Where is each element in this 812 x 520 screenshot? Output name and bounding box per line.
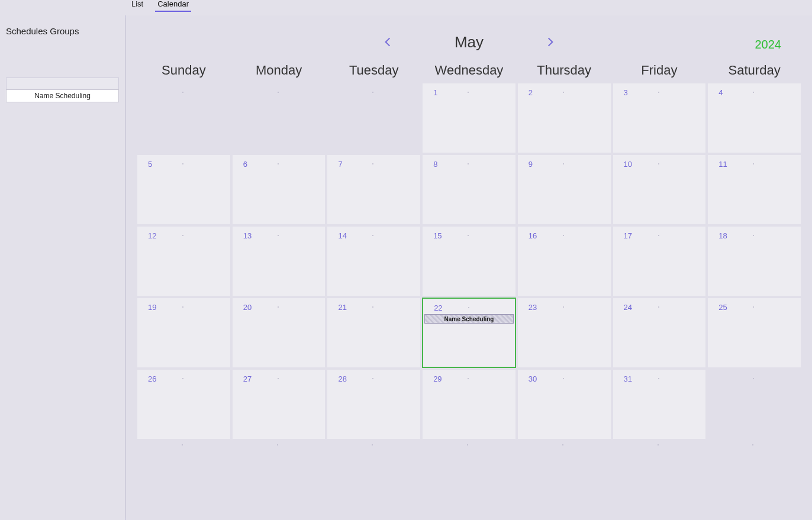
next-month-button[interactable] [543, 34, 558, 50]
dow-fri: Friday [613, 63, 707, 83]
day-2[interactable]: 2 [517, 83, 611, 153]
day-8[interactable]: 8 [422, 154, 516, 225]
tab-calendar[interactable]: Calendar [155, 0, 191, 12]
day-dot [468, 163, 469, 164]
overflow-dot [182, 444, 183, 445]
day-dot [468, 235, 469, 236]
day-25[interactable]: 25 [707, 298, 801, 368]
day-dot [372, 163, 373, 164]
day-out [232, 83, 326, 153]
prev-month-button[interactable] [380, 34, 395, 50]
day-dot [658, 163, 659, 164]
day-out [137, 83, 231, 153]
dow-row: Sunday Monday Tuesday Wednesday Thursday… [137, 63, 801, 83]
day-dot [372, 235, 373, 236]
dow-sat: Saturday [707, 63, 801, 83]
calendar-grid: 12345678910111213141516171819202122Name … [137, 83, 801, 440]
day-18[interactable]: 18 [707, 226, 801, 296]
day-20[interactable]: 20 [232, 298, 326, 368]
overflow-dot [277, 444, 278, 445]
day-28[interactable]: 28 [327, 369, 421, 440]
day-dot [753, 378, 754, 379]
day-10[interactable]: 10 [613, 154, 707, 225]
day-number: 2 [529, 88, 533, 97]
day-1[interactable]: 1 [422, 83, 516, 153]
day-dot [563, 378, 564, 379]
chevron-left-icon [382, 34, 394, 50]
day-22[interactable]: 22Name Scheduling [422, 298, 516, 368]
day-dot [563, 163, 564, 164]
day-24[interactable]: 24 [613, 298, 707, 368]
day-27[interactable]: 27 [232, 369, 326, 440]
day-number: 22 [434, 303, 442, 312]
overflow-dot [467, 444, 468, 445]
year-label[interactable]: 2024 [755, 38, 782, 51]
day-dot [278, 235, 279, 236]
day-3[interactable]: 3 [613, 83, 707, 153]
group-row-name-scheduling[interactable]: Name Scheduling [6, 89, 119, 102]
day-11[interactable]: 11 [707, 154, 801, 225]
day-31[interactable]: 31 [613, 369, 707, 440]
day-number: 19 [148, 303, 156, 312]
day-number: 5 [148, 160, 152, 169]
day-dot [753, 92, 754, 93]
day-16[interactable]: 16 [517, 226, 611, 296]
day-dot [563, 306, 564, 308]
day-12[interactable]: 12 [137, 226, 231, 296]
day-number: 10 [624, 160, 632, 169]
day-7[interactable]: 7 [327, 154, 421, 225]
day-6[interactable]: 6 [232, 154, 326, 225]
day-14[interactable]: 14 [327, 226, 421, 296]
day-dot [468, 307, 469, 308]
event-name-scheduling[interactable]: Name Scheduling [424, 314, 514, 324]
day-number: 1 [433, 88, 437, 97]
dow-wed: Wednesday [422, 63, 516, 83]
day-dot [658, 378, 659, 379]
overflow-dot [562, 444, 563, 445]
day-dot [658, 235, 659, 236]
dow-mon: Monday [232, 63, 326, 83]
sidebar-heading: Schedules Groups [6, 26, 119, 36]
day-number: 23 [529, 303, 537, 312]
day-26[interactable]: 26 [137, 369, 231, 440]
day-number: 3 [624, 88, 628, 97]
day-number: 27 [243, 374, 252, 383]
overflow-dot [752, 444, 753, 445]
groups-box-header[interactable] [6, 77, 119, 89]
day-29[interactable]: 29 [422, 369, 516, 440]
dow-sun: Sunday [137, 63, 231, 83]
month-label: May [455, 33, 484, 51]
day-number: 26 [148, 374, 156, 383]
day-number: 8 [433, 160, 437, 169]
day-4[interactable]: 4 [707, 83, 801, 153]
sidebar: Schedules Groups Name Scheduling [0, 15, 126, 520]
day-dot [658, 306, 659, 308]
day-30[interactable]: 30 [517, 369, 611, 440]
day-dot [753, 163, 754, 164]
day-dot [278, 92, 279, 93]
day-number: 28 [338, 374, 346, 383]
day-19[interactable]: 19 [137, 298, 231, 368]
day-15[interactable]: 15 [422, 226, 516, 296]
day-dot [753, 306, 754, 308]
day-13[interactable]: 13 [232, 226, 326, 296]
day-23[interactable]: 23 [517, 298, 611, 368]
day-number: 21 [338, 303, 346, 312]
day-dot [278, 163, 279, 164]
day-dot [278, 306, 279, 308]
day-number: 16 [529, 231, 537, 240]
day-5[interactable]: 5 [137, 154, 231, 225]
day-out [327, 83, 421, 153]
day-17[interactable]: 17 [613, 226, 707, 296]
view-tabs: List Calendar [0, 0, 812, 15]
week-row: 262728293031 [137, 369, 801, 440]
day-dot [563, 92, 564, 93]
day-dot [372, 378, 373, 379]
day-9[interactable]: 9 [517, 154, 611, 225]
day-number: 7 [338, 160, 342, 169]
dow-thu: Thursday [517, 63, 611, 83]
tab-list[interactable]: List [129, 0, 146, 12]
day-number: 9 [529, 160, 533, 169]
dow-tue: Tuesday [327, 63, 421, 83]
day-21[interactable]: 21 [327, 298, 421, 368]
